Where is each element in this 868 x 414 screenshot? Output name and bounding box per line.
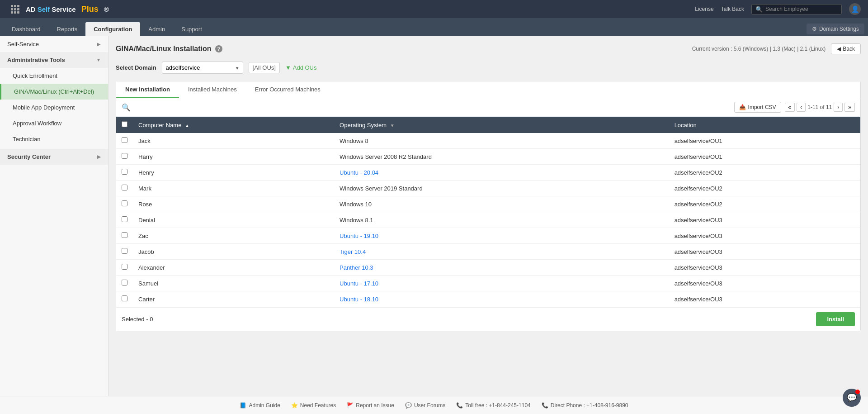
row-location-3: adselfservice/OU2 [669,181,860,196]
tab-reports[interactable]: Reports [49,22,86,36]
sidebar-item-gina-mac-linux[interactable]: GINA/Mac/Linux (Ctrl+Alt+Del) [0,84,108,100]
sidebar-item-security-center[interactable]: Security Center ▶ [0,149,108,165]
next-page-button[interactable]: › [834,103,843,112]
report-issue-link[interactable]: 🚩 Report an Issue [347,402,394,409]
admin-guide-link[interactable]: 📘 Admin Guide [240,402,280,409]
os-link-7[interactable]: Tiger 10.4 [340,248,366,255]
row-os-6[interactable]: Ubuntu - 19.10 [334,228,669,244]
app-logo: ADSelfService Plus ® [26,5,109,14]
search-input[interactable] [765,6,838,12]
row-checkbox-1[interactable] [122,153,127,159]
tab-error-machines[interactable]: Error Occurred Machines [246,81,330,98]
row-location-9: adselfservice/OU3 [669,276,860,291]
avatar[interactable]: 👤 [849,3,861,15]
os-link-6[interactable]: Ubuntu - 19.10 [340,233,378,239]
domain-select[interactable]: adselfservice [162,62,243,74]
row-checkbox-cell-3 [116,181,133,196]
os-link-2[interactable]: Ubuntu - 20.04 [340,169,378,176]
os-link-10[interactable]: Ubuntu - 18.10 [340,296,378,303]
row-checkbox-3[interactable] [122,185,127,190]
help-icon[interactable]: ? [215,45,222,52]
row-os-8[interactable]: Panther 10.3 [334,260,669,276]
tab-admin[interactable]: Admin [140,22,173,36]
first-page-button[interactable]: « [785,103,795,112]
row-os-10[interactable]: Ubuntu - 18.10 [334,291,669,307]
last-page-button[interactable]: » [844,103,855,112]
sidebar-item-mobile-app[interactable]: Mobile App Deployment [0,100,108,115]
search-box[interactable]: 🔍 [751,4,842,14]
talk-back-link[interactable]: Talk Back [721,6,744,12]
row-computer-name-4: Rose [133,196,334,212]
row-os-9[interactable]: Ubuntu - 17.10 [334,276,669,291]
chevron-right-icon-security: ▶ [97,154,101,159]
select-all-checkbox[interactable] [122,121,127,127]
license-link[interactable]: License [695,6,713,12]
os-link-9[interactable]: Ubuntu - 17.10 [340,280,378,287]
prev-page-button[interactable]: ‹ [797,103,806,112]
row-os-2[interactable]: Ubuntu - 20.04 [334,165,669,181]
all-ous-link[interactable]: [All OUs] [249,62,280,73]
row-checkbox-cell-0 [116,133,133,149]
os-filter-icon[interactable]: ▼ [390,123,395,128]
need-features-link[interactable]: ⭐ Need Features [291,402,336,409]
grid-icon[interactable] [11,5,19,14]
direct-phone-label: Direct Phone : +1-408-916-9890 [551,402,628,409]
sidebar-item-approval-workflow[interactable]: Approval Workflow [0,115,108,131]
toolbar-right: 📥 Import CSV « ‹ 1-11 of 11 › » [734,102,855,113]
row-location-5: adselfservice/OU3 [669,212,860,228]
tab-new-installation[interactable]: New Installation [116,81,179,98]
os-link-8[interactable]: Panther 10.3 [340,264,373,271]
domain-settings-button[interactable]: ⚙ Domain Settings [807,24,864,34]
sidebar-item-admin-tools[interactable]: Administrative Tools ▼ [0,52,108,68]
gina-mac-linux-label: GINA/Mac/Linux (Ctrl+Alt+Del) [14,88,94,95]
row-checkbox-7[interactable] [122,248,127,254]
table-row: Harry Windows Server 2008 R2 Standard ad… [116,149,860,165]
add-ous-link[interactable]: ▼ Add OUs [285,64,317,71]
row-location-0: adselfservice/OU1 [669,133,860,149]
data-table: Computer Name ▲ Operating System ▼ Locat… [116,117,860,307]
row-location-10: adselfservice/OU3 [669,291,860,307]
bottom-footer: 📘 Admin Guide ⭐ Need Features 🚩 Report a… [0,396,868,414]
row-computer-name-9: Samuel [133,276,334,291]
app-logo-area: ADSelfService Plus ® [11,5,109,14]
chevron-left-icon: ◀ [837,46,841,52]
row-checkbox-5[interactable] [122,216,127,222]
tab-configuration[interactable]: Configuration [85,22,140,36]
row-checkbox-10[interactable] [122,295,127,301]
gear-icon: ⚙ [812,26,817,32]
row-checkbox-cell-7 [116,244,133,260]
self-service-label: Self-Service [7,41,39,48]
sidebar-item-quick-enrollment[interactable]: Quick Enrollment [0,68,108,84]
row-checkbox-8[interactable] [122,264,127,270]
back-button[interactable]: ◀ Back [831,43,861,54]
install-button[interactable]: Install [816,312,855,326]
row-checkbox-0[interactable] [122,137,127,143]
row-checkbox-4[interactable] [122,200,127,206]
sidebar-item-technician[interactable]: Technician [0,131,108,147]
row-location-6: adselfservice/OU3 [669,228,860,244]
import-csv-button[interactable]: 📥 Import CSV [734,102,781,113]
row-location-2: adselfservice/OU2 [669,165,860,181]
chat-bubble[interactable]: 💬 [843,389,861,407]
phone-icon: 📞 [456,402,463,409]
col-os: Operating System ▼ [334,117,669,133]
row-os-7[interactable]: Tiger 10.4 [334,244,669,260]
col-computer-name[interactable]: Computer Name ▲ [133,117,334,133]
main-card: New Installation Installed Machines Erro… [116,81,861,331]
search-filter-icon[interactable]: 🔍 [122,103,131,112]
tab-support[interactable]: Support [173,22,210,36]
tab-dashboard[interactable]: Dashboard [4,22,49,36]
sidebar-item-self-service[interactable]: Self-Service ▶ [0,36,108,52]
row-checkbox-9[interactable] [122,280,127,286]
star-icon: ⭐ [291,402,298,409]
approval-workflow-label: Approval Workflow [13,120,61,127]
tab-installed-machines[interactable]: Installed Machines [179,81,246,98]
row-checkbox-2[interactable] [122,169,127,175]
top-bar-links: License Talk Back [695,6,744,12]
user-forums-link[interactable]: 💬 User Forums [405,402,445,409]
table-row: Jacob Tiger 10.4 adselfservice/OU3 [116,244,860,260]
row-os-5: Windows 8.1 [334,212,669,228]
sidebar: Self-Service ▶ Administrative Tools ▼ Qu… [0,36,108,396]
row-checkbox-6[interactable] [122,232,127,238]
add-ous-label: Add OUs [293,64,317,71]
